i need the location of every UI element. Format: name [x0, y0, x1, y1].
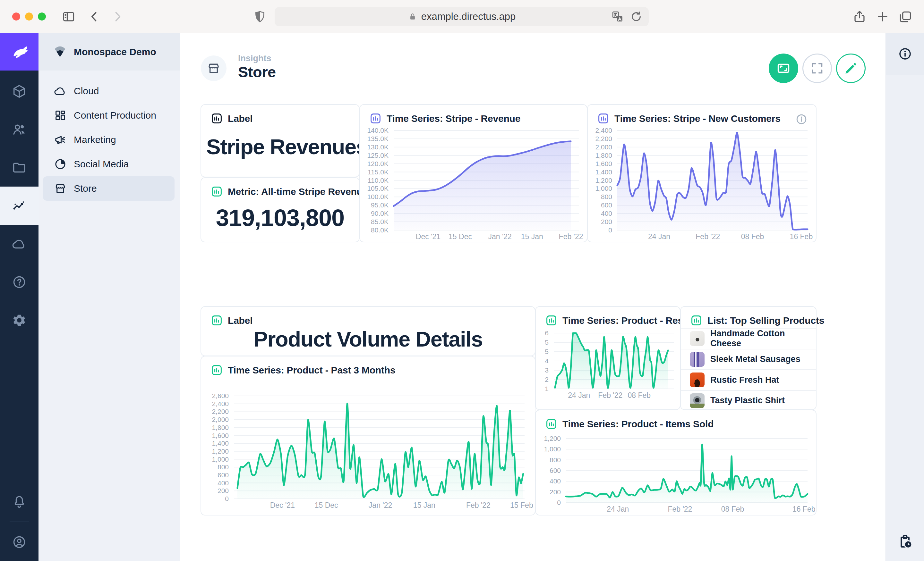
svg-text:Feb '22: Feb '22 — [466, 501, 490, 509]
module-files-folder-icon[interactable] — [0, 148, 39, 187]
module-cloud-cloud-icon[interactable] — [0, 225, 39, 263]
list-item[interactable]: Handmade Cotton Cheese — [681, 328, 816, 349]
donut-icon — [54, 158, 67, 171]
fullscreen-button[interactable] — [802, 54, 832, 83]
sidebar-item-content-production[interactable]: Content Production — [43, 103, 174, 127]
panel-chart-items-sold: Time Series: Product - Items Sold 1,2001… — [535, 410, 816, 516]
module-bar-top — [0, 72, 39, 339]
svg-text:80.0K: 80.0K — [371, 226, 388, 234]
panel-type-label: Label — [228, 113, 252, 124]
module-notifications-bell-icon[interactable] — [0, 483, 39, 521]
svg-text:1,800: 1,800 — [595, 152, 612, 159]
sidebar-item-label: Store — [74, 183, 97, 194]
tab-overview-icon[interactable] — [898, 10, 912, 24]
svg-text:1,600: 1,600 — [595, 160, 612, 168]
sidebar-toggle-icon[interactable] — [62, 10, 76, 24]
panel-type-label: Metric: All-time Stripe Revenues — [228, 186, 373, 197]
edit-dashboard-button[interactable] — [836, 54, 866, 83]
module-bar — [0, 33, 39, 561]
panel-icon — [211, 314, 223, 326]
svg-text:200: 200 — [550, 488, 561, 495]
label-product-title: Product Volume Details — [206, 327, 530, 352]
svg-text:110.0K: 110.0K — [368, 177, 388, 184]
svg-text:08 Feb: 08 Feb — [627, 391, 651, 399]
sidebar-item-store[interactable]: Store — [43, 176, 174, 200]
svg-text:2,000: 2,000 — [212, 416, 229, 423]
svg-text:85.0K: 85.0K — [371, 218, 388, 225]
svg-text:2,200: 2,200 — [595, 135, 612, 142]
svg-text:600: 600 — [218, 471, 229, 479]
product-name: Handmade Cotton Cheese — [710, 329, 816, 349]
privacy-shield-icon[interactable] — [253, 10, 267, 24]
svg-text:Dec '21: Dec '21 — [416, 232, 441, 241]
module-users-people-icon[interactable] — [0, 110, 39, 148]
svg-text:Dec '21: Dec '21 — [270, 501, 295, 509]
module-account-account-icon[interactable] — [0, 523, 39, 561]
panel-label-stripe: Label Stripe Revenues — [201, 104, 360, 177]
svg-text:2: 2 — [545, 376, 549, 383]
chart-new-customers: 2,4002,2002,0001,8001,6001,4001,2001,000… — [588, 105, 816, 242]
fit-screen-button[interactable] — [769, 54, 798, 83]
svg-text:15 Jan: 15 Jan — [521, 232, 543, 241]
translate-icon[interactable] — [611, 10, 624, 23]
svg-text:Feb '22: Feb '22 — [559, 232, 583, 241]
info-sidebar-icon[interactable] — [898, 47, 912, 61]
reload-icon[interactable] — [630, 10, 643, 23]
panel-label-product: Label Product Volume Details — [201, 306, 536, 356]
traffic-zoom-button[interactable] — [38, 12, 46, 21]
nav-items: CloudContent ProductionMarketingSocial M… — [43, 79, 174, 200]
svg-text:105.0K: 105.0K — [367, 185, 388, 192]
sidebar-item-marketing[interactable]: Marketing — [43, 127, 174, 152]
cloud-icon — [54, 85, 67, 97]
svg-text:15 Jan: 15 Jan — [413, 501, 435, 509]
svg-text:400: 400 — [550, 477, 561, 485]
svg-text:100.0K: 100.0K — [367, 193, 388, 200]
back-button[interactable] — [87, 10, 101, 24]
svg-text:24 Jan: 24 Jan — [607, 505, 629, 513]
product-thumbnail — [690, 331, 705, 346]
svg-text:400: 400 — [601, 209, 612, 217]
module-content-box-icon[interactable] — [0, 72, 39, 110]
chart-stripe-revenue: 140.0K135.0K130.0K125.0K120.0K115.0K110.… — [360, 105, 587, 242]
project-logo-icon — [53, 45, 67, 59]
fullscreen-icon — [810, 61, 825, 76]
svg-text:135.0K: 135.0K — [367, 135, 388, 142]
list-item[interactable]: Sleek Metal Sausages — [681, 349, 816, 370]
storefront-icon — [207, 61, 221, 75]
svg-text:125.0K: 125.0K — [367, 152, 388, 159]
address-bar[interactable]: example.directus.app — [274, 7, 649, 26]
svg-text:200: 200 — [601, 218, 612, 225]
pencil-icon — [843, 61, 858, 76]
list-item[interactable]: Tasty Plastic Shirt — [681, 390, 816, 411]
chart-canvas: 1,2001,000800600400200024 JanFeb '2208 F… — [536, 410, 816, 515]
fit-screen-icon — [776, 61, 791, 76]
sidebar-item-social-media[interactable]: Social Media — [43, 152, 174, 176]
sidebar-item-cloud[interactable]: Cloud — [43, 79, 174, 103]
module-help-help-icon[interactable] — [0, 263, 39, 301]
traffic-close-button[interactable] — [12, 12, 20, 21]
traffic-minimize-button[interactable] — [25, 12, 33, 21]
header-actions — [769, 54, 866, 83]
svg-text:Jan '22: Jan '22 — [369, 501, 392, 509]
list-item[interactable]: Rustic Fresh Hat — [681, 369, 816, 390]
panel-icon — [211, 112, 223, 124]
forward-button[interactable] — [110, 10, 124, 24]
svg-text:16 Feb: 16 Feb — [790, 232, 813, 241]
new-tab-icon[interactable] — [876, 10, 890, 24]
top-selling-list: Handmade Cotton CheeseSleek Metal Sausag… — [681, 328, 816, 409]
chart-restocks: 655432124 JanFeb '2208 Feb — [536, 307, 680, 409]
product-name: Rustic Fresh Hat — [710, 375, 779, 385]
svg-text:1,000: 1,000 — [595, 185, 612, 192]
project-header[interactable]: Monospace Demo — [39, 33, 180, 70]
svg-text:400: 400 — [218, 479, 229, 487]
breadcrumb[interactable]: Insights — [238, 54, 272, 63]
panel-chart-stripe-revenue: Time Series: Stripe - Revenue 140.0K135.… — [359, 104, 588, 242]
share-icon[interactable] — [852, 10, 867, 24]
directus-logo[interactable] — [0, 33, 39, 70]
grid-icon — [54, 109, 67, 122]
module-settings-settings-icon[interactable] — [0, 301, 39, 339]
activity-clipboard-icon[interactable] — [897, 534, 913, 549]
svg-text:24 Jan: 24 Jan — [648, 232, 670, 241]
rabbit-icon — [9, 41, 30, 63]
module-insights-insights-icon[interactable] — [0, 187, 39, 225]
